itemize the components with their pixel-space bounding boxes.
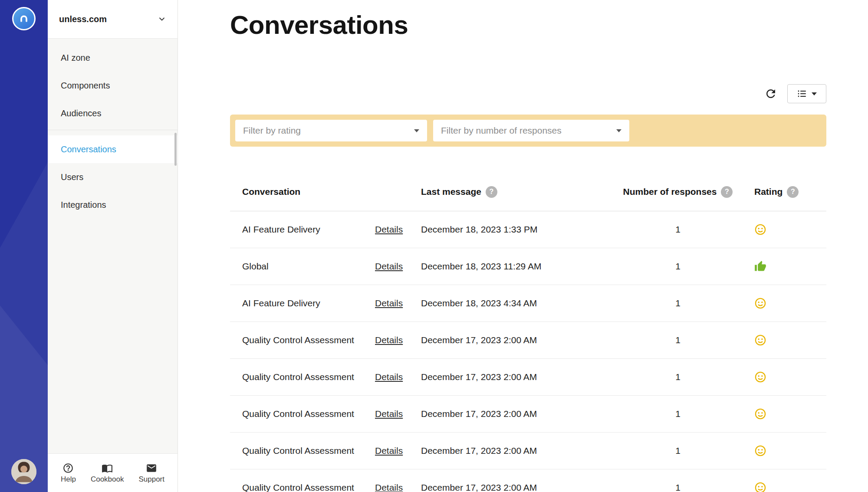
caret-down-icon <box>812 92 817 95</box>
details-cell: Details <box>365 298 421 308</box>
responses-count: 1 <box>603 261 753 272</box>
last-message: December 18, 2023 11:29 AM <box>421 261 603 272</box>
sidebar-item-components[interactable]: Components <box>48 72 178 99</box>
table-row: Quality Control Assessment Details Decem… <box>230 322 826 359</box>
page-title: Conversations <box>230 9 826 42</box>
rating-icon <box>754 445 766 457</box>
rating-cell <box>753 334 826 346</box>
rating-icon <box>754 408 766 420</box>
refresh-icon <box>764 87 777 100</box>
help-button[interactable]: Help <box>61 462 76 484</box>
details-link[interactable]: Details <box>375 261 403 271</box>
sidebar-item-conversations[interactable]: Conversations <box>48 135 178 163</box>
toolbar <box>230 84 826 103</box>
column-label: Rating <box>754 187 783 197</box>
rating-icon <box>754 297 766 309</box>
table-row: Global Details December 18, 2023 11:29 A… <box>230 248 826 285</box>
last-message: December 17, 2023 2:00 AM <box>421 446 603 456</box>
rating-cell <box>753 445 826 457</box>
last-message: December 17, 2023 2:00 AM <box>421 482 603 492</box>
rating-cell <box>753 260 826 272</box>
details-link[interactable]: Details <box>375 335 403 345</box>
details-cell: Details <box>365 409 421 419</box>
logo-arch-icon <box>17 12 30 25</box>
last-message: December 17, 2023 2:00 AM <box>421 335 603 345</box>
view-options-button[interactable] <box>787 84 826 103</box>
responses-count: 1 <box>603 298 753 308</box>
sidebar-item-integrations[interactable]: Integrations <box>48 191 178 219</box>
rating-icon <box>754 260 766 272</box>
conversations-table: Conversation Last message Number of resp… <box>230 173 826 492</box>
sidebar-item-ai-zone[interactable]: AI zone <box>48 44 178 72</box>
sidebar-nav: AI zone Components Audiences Conversatio… <box>48 39 178 219</box>
responses-count: 1 <box>603 372 753 382</box>
conversation-name: Quality Control Assessment <box>230 335 365 345</box>
column-label: Conversation <box>242 187 300 197</box>
sidebar: unless.com AI zone Components Audiences … <box>48 0 178 492</box>
book-icon <box>102 462 113 474</box>
nav-group-primary: AI zone Components Audiences <box>48 44 178 127</box>
unless-logo <box>12 7 36 30</box>
last-message: December 18, 2023 4:34 AM <box>421 298 603 308</box>
rating-cell <box>753 482 826 492</box>
help-icon[interactable] <box>721 186 733 198</box>
responses-count: 1 <box>603 446 753 456</box>
help-icon[interactable] <box>486 186 497 198</box>
rating-icon <box>754 371 766 383</box>
neutral-face-icon <box>754 482 766 492</box>
filter-rating-placeholder: Filter by rating <box>243 125 301 136</box>
workspace-name: unless.com <box>59 14 107 24</box>
caret-down-icon <box>616 129 621 132</box>
table-row: Quality Control Assessment Details Decem… <box>230 359 826 396</box>
details-link[interactable]: Details <box>375 409 403 419</box>
sidebar-footer: Help Cookbook Support <box>48 453 178 492</box>
support-button[interactable]: Support <box>138 462 164 484</box>
details-cell: Details <box>365 446 421 456</box>
conversation-name: Global <box>230 261 365 272</box>
list-view-icon <box>797 89 807 99</box>
sidebar-item-audiences[interactable]: Audiences <box>48 99 178 127</box>
refresh-button[interactable] <box>762 85 779 102</box>
conversation-name: AI Feature Delivery <box>230 298 365 308</box>
table-header: Conversation Last message Number of resp… <box>230 173 826 211</box>
neutral-face-icon <box>754 445 766 457</box>
rating-cell <box>753 297 826 309</box>
table-row: AI Feature Delivery Details December 18,… <box>230 285 826 322</box>
table-row: AI Feature Delivery Details December 18,… <box>230 211 826 248</box>
details-link[interactable]: Details <box>375 224 403 234</box>
responses-count: 1 <box>603 335 753 345</box>
neutral-face-icon <box>754 371 766 383</box>
conversation-name: AI Feature Delivery <box>230 224 365 235</box>
app-window: unless.com AI zone Components Audiences … <box>0 0 868 492</box>
neutral-face-icon <box>754 334 766 346</box>
help-icon <box>62 462 74 474</box>
mail-icon <box>146 462 157 474</box>
support-label: Support <box>138 475 164 484</box>
help-icon[interactable] <box>787 186 799 198</box>
filter-by-rating-select[interactable]: Filter by rating <box>235 120 427 141</box>
details-link[interactable]: Details <box>375 446 403 456</box>
details-link[interactable]: Details <box>375 482 403 492</box>
main-content: Conversations Filter by rating <box>178 0 868 492</box>
cookbook-button[interactable]: Cookbook <box>91 462 124 484</box>
conversation-name: Quality Control Assessment <box>230 446 365 456</box>
details-cell: Details <box>365 224 421 235</box>
last-message: December 17, 2023 2:00 AM <box>421 409 603 419</box>
neutral-face-icon <box>754 408 766 420</box>
details-link[interactable]: Details <box>375 298 403 308</box>
responses-count: 1 <box>603 482 753 492</box>
details-cell: Details <box>365 261 421 272</box>
sidebar-scrollbar-thumb[interactable] <box>174 133 177 166</box>
conversation-name: Quality Control Assessment <box>230 409 365 419</box>
details-link[interactable]: Details <box>375 372 403 382</box>
thumbs-up-icon <box>754 260 766 272</box>
workspace-switcher[interactable]: unless.com <box>48 0 178 39</box>
details-cell: Details <box>365 335 421 345</box>
user-avatar[interactable] <box>11 459 36 484</box>
caret-down-icon <box>414 129 419 132</box>
responses-count: 1 <box>603 409 753 419</box>
sidebar-item-users[interactable]: Users <box>48 163 178 191</box>
rating-cell <box>753 223 826 236</box>
filter-by-responses-select[interactable]: Filter by number of responses <box>433 120 629 141</box>
neutral-face-icon <box>754 297 766 309</box>
